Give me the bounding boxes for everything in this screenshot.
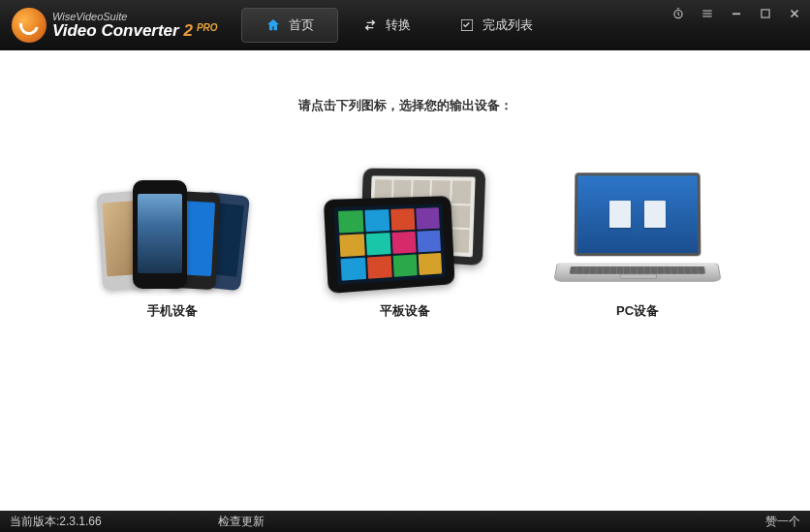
tab-completed[interactable]: 完成列表: [435, 8, 557, 43]
app-logo: WiseVideoSuite Video Converter 2PRO: [8, 8, 218, 43]
logo-text: WiseVideoSuite Video Converter 2PRO: [52, 11, 218, 41]
statusbar: 当前版本:2.3.1.66 检查更新 赞一个: [0, 511, 810, 532]
product-name: Video Converter 2PRO: [52, 22, 218, 41]
check-icon: [459, 17, 475, 33]
device-phone-label: 手机设备: [147, 302, 198, 320]
logo-icon: [12, 8, 47, 43]
svg-rect-4: [732, 13, 740, 15]
device-tablet[interactable]: 平板设备: [323, 153, 487, 320]
check-updates-link[interactable]: 检查更新: [218, 514, 265, 530]
tab-convert[interactable]: 转换: [338, 8, 435, 43]
svg-rect-2: [702, 13, 711, 14]
device-phone[interactable]: 手机设备: [90, 153, 255, 320]
main-content: 请点击下列图标，选择您的输出设备： 手机设备: [0, 50, 810, 511]
version-info[interactable]: 当前版本:2.3.1.66: [10, 514, 102, 530]
tab-home[interactable]: 首页: [241, 8, 338, 43]
titlebar: WiseVideoSuite Video Converter 2PRO 首页 转…: [0, 0, 810, 50]
phone-illustration: [90, 153, 255, 289]
svg-rect-1: [702, 11, 711, 12]
maximize-button[interactable]: [758, 6, 773, 21]
like-link[interactable]: 赞一个: [765, 514, 800, 530]
device-grid: 手机设备 平板设备: [0, 153, 810, 320]
svg-rect-3: [702, 16, 711, 16]
svg-rect-5: [762, 10, 769, 17]
minimize-button[interactable]: [729, 6, 744, 21]
tab-home-label: 首页: [289, 16, 314, 34]
laptop-illustration: [555, 153, 720, 289]
tab-completed-label: 完成列表: [483, 16, 533, 34]
device-pc-label: PC设备: [616, 302, 659, 320]
menu-icon[interactable]: [700, 6, 715, 21]
pro-badge: PRO: [197, 22, 218, 33]
window-controls: [670, 6, 802, 21]
nav-tabs: 首页 转换 完成列表: [241, 0, 557, 50]
home-icon: [265, 17, 281, 33]
convert-icon: [362, 17, 378, 33]
close-button[interactable]: [787, 6, 802, 21]
device-pc[interactable]: PC设备: [555, 153, 720, 320]
tab-convert-label: 转换: [386, 16, 411, 34]
tablet-illustration: [323, 153, 487, 289]
clock-icon[interactable]: [670, 6, 686, 21]
device-tablet-label: 平板设备: [380, 302, 430, 320]
prompt-text: 请点击下列图标，选择您的输出设备：: [0, 97, 810, 114]
